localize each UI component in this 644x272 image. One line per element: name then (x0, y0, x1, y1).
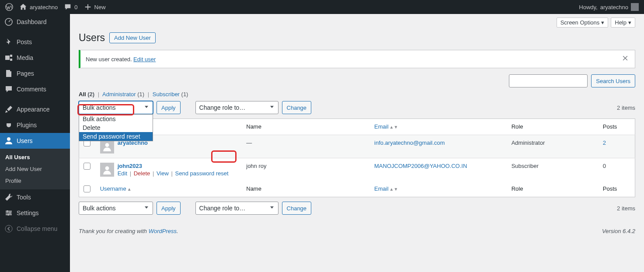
sidebar-item-dashboard[interactable]: Dashboard (0, 14, 70, 30)
view-action[interactable]: View (157, 170, 169, 177)
bulk-actions-dropdown: Bulk actions Delete Send password reset (79, 114, 153, 141)
sidebar-item-label: Tools (17, 194, 31, 201)
user-posts-link[interactable]: 2 (603, 139, 606, 146)
wp-version: Version 6.4.2 (602, 228, 635, 234)
sidebar-item-pages[interactable]: Pages (0, 66, 70, 81)
add-new-user-button[interactable]: Add New User (109, 32, 156, 43)
howdy-prefix: Howdy, (579, 4, 597, 10)
sidebar-item-posts[interactable]: Posts (0, 34, 70, 50)
search-input[interactable] (509, 74, 588, 87)
bulk-option-send-password-reset[interactable]: Send password reset (79, 132, 153, 141)
sidebar-item-settings[interactable]: Settings (0, 205, 70, 221)
chevron-down-icon (268, 204, 275, 213)
site-name: aryatechno (30, 4, 58, 10)
howdy-account[interactable]: Howdy, aryatechno (579, 3, 639, 11)
role-placeholder: Change role to… (199, 104, 246, 111)
change-role-select-bottom[interactable]: Change role to… (195, 202, 278, 215)
row-checkbox[interactable] (84, 163, 91, 170)
users-submenu: All Users Add New User Profile (0, 149, 70, 189)
col-role-footer: Role (507, 181, 599, 197)
sort-icon: ▲ (127, 187, 132, 192)
sidebar-item-media[interactable]: Media (0, 50, 70, 66)
svg-point-11 (105, 166, 109, 170)
col-email[interactable]: Email▲▼ (370, 119, 507, 135)
sidebar-item-label: Settings (17, 209, 39, 216)
username-link[interactable]: john2023 (118, 163, 142, 169)
user-email-link[interactable]: MANOJCOMP2006@YAHOO.CO.IN (374, 163, 467, 169)
svg-point-7 (9, 212, 11, 214)
sidebar-item-tools[interactable]: Tools (0, 189, 70, 205)
svg-point-10 (105, 143, 109, 147)
dismiss-notice-button[interactable] (621, 55, 630, 63)
chevron-down-icon: ▾ (601, 19, 604, 26)
sidebar-item-label: Pages (17, 70, 34, 77)
bulk-actions-select-bottom[interactable]: Bulk actions (79, 202, 153, 215)
pin-icon (4, 38, 13, 46)
screen-options-button[interactable]: Screen Options ▾ (557, 17, 609, 28)
comment-icon (64, 3, 72, 11)
sidebar-item-comments[interactable]: Comments (0, 81, 70, 97)
settings-icon (4, 209, 13, 217)
new-content-link[interactable]: New (84, 3, 106, 11)
delete-action[interactable]: Delete (134, 170, 150, 177)
wp-logo[interactable] (5, 3, 13, 11)
user-posts: 0 (599, 158, 635, 181)
sidebar-item-plugins[interactable]: Plugins (0, 117, 70, 133)
submenu-profile[interactable]: Profile (0, 175, 70, 187)
site-home-link[interactable]: aryatechno (19, 3, 58, 11)
svg-point-6 (7, 210, 8, 212)
apply-button[interactable]: Apply (157, 101, 181, 114)
col-username-footer[interactable]: Username▲ (96, 181, 242, 197)
search-users-button[interactable]: Search Users (591, 74, 635, 87)
sort-icon: ▲▼ (390, 125, 398, 129)
select-all-checkbox-footer[interactable] (84, 185, 91, 192)
edit-user-link[interactable]: Edit user (133, 56, 156, 63)
col-posts-footer: Posts (599, 181, 635, 197)
users-table: Username▲ Name Email▲▼ Role Posts aryate… (79, 119, 635, 197)
edit-action[interactable]: Edit (118, 170, 127, 177)
col-email-footer[interactable]: Email▲▼ (370, 181, 507, 197)
sidebar-item-label: Users (17, 137, 33, 144)
notice-success: New user created. Edit user (79, 50, 635, 68)
change-role-button-bottom[interactable]: Change (282, 202, 312, 215)
howdy-name: aryatechno (600, 4, 628, 10)
change-role-button[interactable]: Change (282, 101, 312, 114)
send-password-reset-action[interactable]: Send password reset (175, 170, 229, 177)
change-role-select[interactable]: Change role to… (195, 101, 278, 114)
user-email-link[interactable]: info.aryatechno@gmail.com (374, 139, 445, 146)
table-row: john2023 Edit | Delete | View | Send pas… (79, 158, 635, 181)
col-name: Name (242, 119, 370, 135)
bulk-option-delete[interactable]: Delete (79, 123, 153, 132)
sidebar-item-label: Comments (17, 86, 46, 93)
chevron-down-icon (268, 104, 275, 112)
table-row: aryatechno — info.aryatechno@gmail.com A… (79, 135, 635, 158)
user-role: Subscriber (507, 158, 599, 181)
sidebar-item-appearance[interactable]: Appearance (0, 101, 70, 117)
filter-links: All (2) | Administrator (1) | Subscriber… (70, 91, 644, 101)
comments-link[interactable]: 0 (64, 3, 77, 11)
sidebar-item-collapse[interactable]: Collapse menu (0, 221, 70, 237)
filter-subscriber[interactable]: Subscriber (1) (153, 91, 188, 98)
admin-sidebar: Dashboard Posts Media Pages Comments App… (0, 14, 70, 272)
help-button[interactable]: Help ▾ (611, 17, 635, 28)
avatar-icon (631, 3, 639, 11)
row-actions: Edit | Delete | View | Send password res… (118, 170, 229, 177)
submenu-all-users[interactable]: All Users (0, 151, 70, 163)
wordpress-link[interactable]: WordPress (149, 228, 177, 234)
sidebar-item-users[interactable]: Users (0, 133, 70, 149)
user-name: — (242, 135, 370, 158)
role-placeholder-bottom: Change role to… (199, 205, 246, 212)
wrench-icon (4, 193, 13, 202)
media-icon (4, 53, 13, 62)
bulk-option-bulk-actions[interactable]: Bulk actions (79, 115, 153, 123)
chevron-down-icon: ▾ (628, 19, 631, 26)
bulk-actions-select[interactable]: Bulk actions Bulk actions Delete Send pa… (79, 101, 153, 114)
filter-administrator[interactable]: Administrator (1) (102, 91, 146, 98)
apply-button-bottom[interactable]: Apply (157, 202, 181, 215)
user-icon (4, 136, 13, 145)
plus-icon (84, 3, 92, 11)
filter-all[interactable]: All (2) (79, 91, 96, 98)
chevron-down-icon (143, 204, 150, 213)
home-icon (19, 3, 27, 11)
submenu-add-new-user[interactable]: Add New User (0, 163, 70, 175)
